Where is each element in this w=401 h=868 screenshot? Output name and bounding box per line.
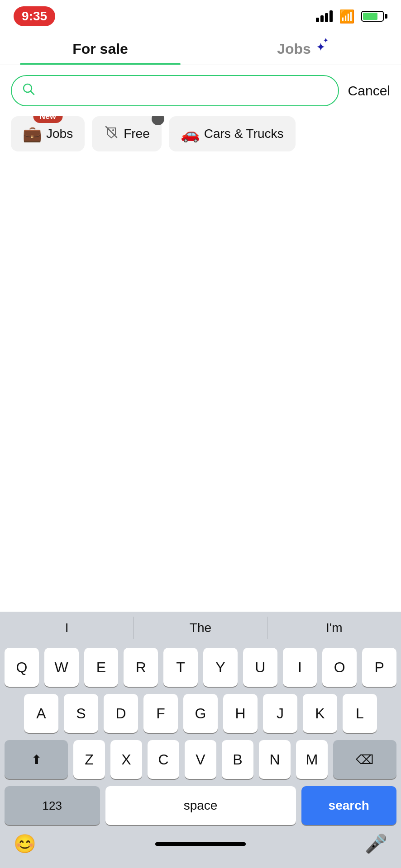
svg-line-1 [31, 91, 34, 94]
keyboard-suggestions: I The I'm [0, 612, 401, 644]
svg-point-2 [112, 129, 114, 131]
emoji-key[interactable]: 😊 [14, 833, 36, 854]
keyboard-row-2: A S D F G H J K L [0, 690, 401, 736]
sparkle-icon: ✦✦ [316, 42, 325, 53]
category-free[interactable]: Free [92, 116, 162, 151]
category-cars-trucks[interactable]: 🚗 Cars & Trucks [169, 116, 296, 151]
jobs-label: Jobs [46, 127, 73, 141]
free-icon [104, 124, 119, 143]
search-box[interactable] [11, 75, 339, 106]
status-icons: 📶 [316, 9, 387, 24]
cars-trucks-label: Cars & Trucks [204, 127, 284, 141]
key-delete[interactable]: ⌫ [333, 740, 396, 779]
key-b[interactable]: B [222, 740, 253, 779]
key-u[interactable]: U [243, 648, 277, 687]
key-g[interactable]: G [183, 694, 218, 733]
home-indicator [155, 842, 246, 846]
key-k[interactable]: K [303, 694, 337, 733]
keyboard-row-4: 123 space search [0, 783, 401, 829]
key-j[interactable]: J [263, 694, 297, 733]
key-p[interactable]: P [362, 648, 396, 687]
key-y[interactable]: Y [203, 648, 238, 687]
suggestion-im[interactable]: I'm [267, 612, 401, 644]
key-e[interactable]: E [84, 648, 119, 687]
key-m[interactable]: M [296, 740, 328, 779]
key-space[interactable]: space [105, 786, 296, 825]
search-input[interactable] [42, 83, 328, 99]
key-c[interactable]: C [148, 740, 179, 779]
key-h[interactable]: H [223, 694, 258, 733]
suggestion-the[interactable]: The [134, 612, 267, 644]
badge-new: New [33, 116, 62, 123]
key-f[interactable]: F [143, 694, 178, 733]
key-l[interactable]: L [343, 694, 377, 733]
category-jobs[interactable]: New 💼 Jobs [11, 116, 85, 151]
status-time: 9:35 [14, 6, 55, 26]
key-o[interactable]: O [322, 648, 357, 687]
key-n[interactable]: N [259, 740, 291, 779]
keyboard-row-3: ⬆ Z X C V B N M ⌫ [0, 736, 401, 783]
search-area: Cancel [0, 65, 401, 116]
mic-key[interactable]: 🎤 [365, 833, 387, 854]
key-d[interactable]: D [104, 694, 138, 733]
jobs-icon: 💼 [23, 125, 42, 143]
car-icon: 🚗 [181, 125, 200, 143]
key-shift[interactable]: ⬆ [5, 740, 68, 779]
wifi-icon: 📶 [339, 9, 355, 24]
badge-dot [152, 116, 164, 125]
keyboard-row-1: Q W E R T Y U I O P [0, 644, 401, 690]
key-search[interactable]: search [301, 786, 397, 825]
categories-row: New 💼 Jobs Free 🚗 Cars & Trucks [0, 116, 401, 161]
tab-for-sale[interactable]: For sale [0, 31, 200, 65]
content-area [0, 161, 401, 342]
status-bar: 9:35 📶 [0, 0, 401, 31]
key-t[interactable]: T [163, 648, 198, 687]
battery-icon [361, 11, 387, 22]
keyboard: I The I'm Q W E R T Y U I O P A S D F G … [0, 612, 401, 868]
key-s[interactable]: S [64, 694, 98, 733]
key-numbers[interactable]: 123 [5, 786, 100, 825]
key-a[interactable]: A [24, 694, 58, 733]
signal-icon [316, 10, 333, 22]
key-z[interactable]: Z [73, 740, 105, 779]
tab-jobs[interactable]: Jobs ✦✦ [200, 31, 401, 65]
key-r[interactable]: R [124, 648, 158, 687]
search-icon [22, 82, 35, 99]
key-v[interactable]: V [185, 740, 216, 779]
free-label: Free [124, 127, 150, 141]
key-i[interactable]: I [283, 648, 317, 687]
key-q[interactable]: Q [5, 648, 39, 687]
tab-bar: For sale Jobs ✦✦ [0, 31, 401, 65]
key-w[interactable]: W [44, 648, 79, 687]
keyboard-bottom: 😊 🎤 [0, 829, 401, 868]
cancel-button[interactable]: Cancel [348, 83, 390, 99]
key-x[interactable]: X [110, 740, 142, 779]
suggestion-i[interactable]: I [0, 612, 134, 644]
